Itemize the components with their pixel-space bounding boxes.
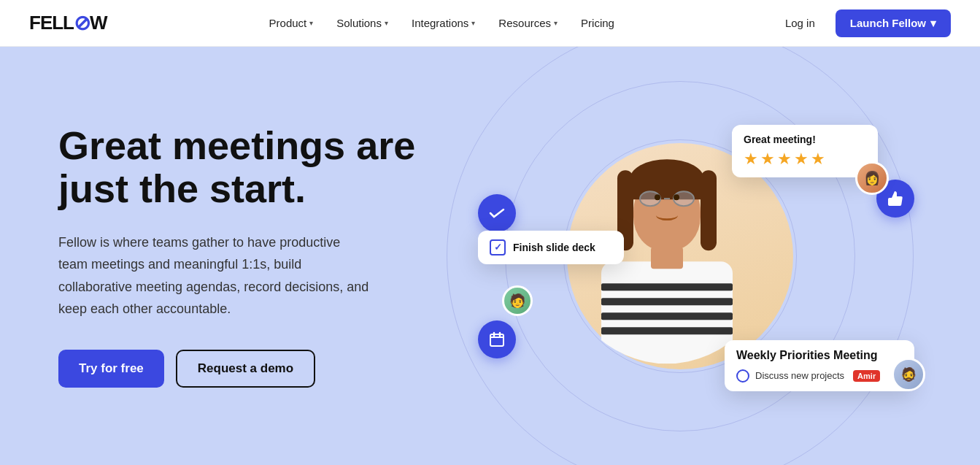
task-circle-icon [736,369,749,383]
stripe-2 [601,298,733,305]
hero-title: Great meetings are just the start. [58,124,438,211]
avatar-2: 👩 [855,161,889,195]
hero-description: Fellow is where teams gather to have pro… [58,231,372,320]
check-dot-button[interactable] [478,194,516,232]
star-4: ★ [794,150,809,169]
person-hair-right [701,170,717,250]
nav-pricing[interactable]: Pricing [571,11,625,35]
task-row: Discuss new projects Amir [736,369,903,383]
launch-chevron: ▾ [930,17,936,30]
avatar-3: 🧔 [892,358,925,391]
hero-buttons: Try for free Request a demo [58,350,438,388]
weekly-priorities-card: Weekly Priorities Meeting Discuss new pr… [725,340,914,391]
launch-label: Launch Fellow [850,17,926,29]
thumbsup-icon [887,190,904,207]
logo-icon: ⊘ [74,11,90,35]
nav-pricing-label: Pricing [581,17,614,29]
nav-product-label: Product [269,17,307,29]
avatar-face-1: 🧑 [504,288,530,314]
star-5: ★ [811,150,825,169]
hero-right: Great meeting! ★ ★ ★ ★ ★ Finish slide de… [438,81,922,431]
person-smile [656,210,678,220]
login-button[interactable]: Log in [776,11,824,35]
nav-resources-chevron: ▾ [554,19,557,27]
nav-integrations[interactable]: Integrations ▾ [401,11,485,35]
great-meeting-title: Great meeting! [744,134,866,145]
calendar-dot-button[interactable] [478,320,516,358]
nav-integrations-label: Integrations [412,17,468,29]
try-for-free-button[interactable]: Try for free [58,350,164,388]
logo-text-end: W [90,12,107,34]
navbar: FELL⊘W Product ▾ Solutions ▾ Integration… [0,0,980,47]
svg-rect-0 [490,334,503,346]
request-demo-button[interactable]: Request a demo [176,350,315,388]
person-eyes [655,194,679,200]
nav-resources[interactable]: Resources ▾ [488,11,568,35]
calendar-icon [488,331,506,348]
launch-fellow-button[interactable]: Launch Fellow ▾ [836,9,951,37]
stripe-4 [601,327,733,334]
logo-text-fellow: FELL [29,12,74,34]
nav-right: Log in Launch Fellow ▾ [776,9,951,37]
hero-section: Great meetings are just the start. Fello… [0,47,980,465]
avatar-face-2: 👩 [857,164,887,193]
stripe-1 [601,283,733,291]
stripe-3 [601,312,733,320]
hero-left: Great meetings are just the start. Fello… [58,124,438,388]
checkmark-icon [488,204,506,222]
star-1: ★ [744,150,758,169]
nav-product-chevron: ▾ [309,19,313,27]
nav-solutions-chevron: ▾ [385,19,388,27]
great-meeting-card: Great meeting! ★ ★ ★ ★ ★ [732,125,878,177]
avatar-1: 🧑 [502,285,533,316]
nav-solutions[interactable]: Solutions ▾ [326,11,398,35]
amir-tag: Amir [853,370,880,382]
weekly-priorities-title: Weekly Priorities Meeting [736,349,903,362]
nav-solutions-label: Solutions [336,17,382,29]
finish-slide-text: Finish slide deck [513,242,595,253]
finish-slide-deck-card: Finish slide deck [478,231,624,264]
star-2: ★ [760,150,775,169]
task-text: Discuss new projects [755,370,844,381]
nav-integrations-chevron: ▾ [471,19,475,27]
logo[interactable]: FELL⊘W [29,11,107,35]
nav-links: Product ▾ Solutions ▾ Integrations ▾ Res… [259,11,625,35]
nav-resources-label: Resources [498,17,551,29]
star-3: ★ [777,150,792,169]
star-rating: ★ ★ ★ ★ ★ [744,150,866,169]
avatar-face-3: 🧔 [894,360,923,389]
checkbox-checked-icon [490,239,506,255]
nav-product[interactable]: Product ▾ [259,11,324,35]
